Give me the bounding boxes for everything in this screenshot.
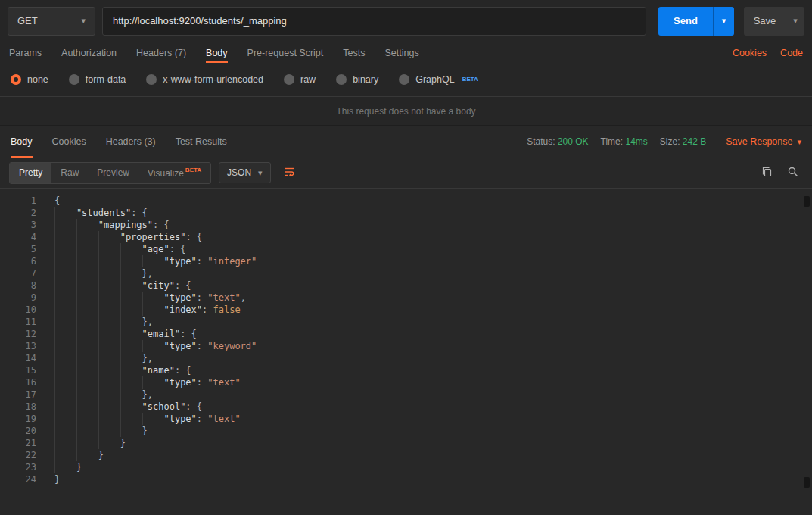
- body-type-form-data[interactable]: form-data: [69, 74, 126, 85]
- method-select[interactable]: GET ▾: [8, 7, 95, 36]
- empty-body-message-row: This request does not have a body: [0, 97, 812, 126]
- response-header: Body Cookies Headers (3) Test Results St…: [0, 126, 812, 158]
- response-body-viewer: 123456789101112131415161718192021222324 …: [0, 188, 812, 515]
- tab-tests[interactable]: Tests: [343, 42, 365, 63]
- code-line: "name": {: [54, 364, 812, 376]
- send-button[interactable]: Send: [658, 7, 713, 36]
- radio-selected-icon: [11, 74, 21, 85]
- view-preview[interactable]: Preview: [88, 163, 138, 183]
- line-number: 16: [0, 376, 36, 389]
- line-number: 12: [0, 328, 36, 340]
- response-viewer-toolbar: Pretty Raw Preview VisualizeBETA JSON ▾: [0, 158, 812, 188]
- save-button[interactable]: Save: [744, 7, 786, 36]
- line-number: 24: [0, 473, 36, 485]
- code-line: }: [54, 437, 812, 449]
- code-line: "type": "text": [54, 413, 812, 425]
- tab-settings[interactable]: Settings: [384, 42, 418, 63]
- body-type-label: form-data: [86, 74, 126, 85]
- language-label: JSON: [227, 167, 251, 178]
- empty-body-message: This request does not have a body: [336, 106, 475, 117]
- view-pretty[interactable]: Pretty: [10, 163, 51, 183]
- viewer-mode-controls: Pretty Raw Preview VisualizeBETA JSON ▾: [9, 162, 300, 184]
- soft-wrap-icon: [283, 166, 295, 180]
- scrollbar[interactable]: [804, 196, 810, 488]
- line-number: 6: [0, 255, 36, 267]
- send-button-group: Send ▾: [658, 7, 734, 36]
- scrollbar-thumb-bottom[interactable]: [804, 477, 810, 488]
- chevron-down-icon: ▾: [258, 169, 263, 177]
- tab-response-body[interactable]: Body: [11, 126, 33, 158]
- time-badge: Time: 14ms: [601, 136, 648, 147]
- chevron-down-icon: ▾: [722, 17, 726, 25]
- url-input[interactable]: http://localhost:9200/students/_mapping: [102, 7, 646, 36]
- code-line: "city": {: [54, 279, 812, 292]
- cookies-link[interactable]: Cookies: [733, 48, 767, 58]
- code-line: },: [54, 389, 812, 401]
- code-line: "type": "text": [54, 376, 812, 389]
- code-line: "age": {: [54, 243, 812, 255]
- line-number: 22: [0, 449, 36, 461]
- line-number: 5: [0, 243, 36, 255]
- tab-response-headers[interactable]: Headers (3): [106, 126, 156, 158]
- line-number: 17: [0, 389, 36, 401]
- code-line: },: [54, 267, 812, 279]
- copy-icon: [761, 166, 773, 179]
- tab-pre-request-script[interactable]: Pre-request Script: [247, 42, 324, 63]
- code-line: },: [54, 316, 812, 328]
- chevron-down-icon: ▾: [81, 17, 86, 25]
- status-badge: Status: 200 OK: [527, 136, 588, 147]
- line-number: 18: [0, 401, 36, 413]
- copy-response-button[interactable]: [756, 162, 777, 183]
- code-line: },: [54, 352, 812, 364]
- code-line: "students": {: [54, 207, 812, 219]
- response-tabs: Body Cookies Headers (3) Test Results: [11, 126, 247, 158]
- tab-authorization[interactable]: Authorization: [61, 42, 117, 63]
- line-number: 13: [0, 340, 36, 352]
- viewer-actions: [756, 162, 803, 183]
- request-tabs-row: Params Authorization Headers (7) Body Pr…: [0, 42, 812, 63]
- radio-icon: [146, 74, 157, 85]
- body-type-binary[interactable]: binary: [336, 74, 378, 85]
- save-options-button[interactable]: ▾: [786, 7, 804, 36]
- chevron-down-icon: ▾: [797, 138, 801, 146]
- body-type-x-www-form-urlencoded[interactable]: x-www-form-urlencoded: [146, 74, 263, 85]
- line-number: 11: [0, 316, 36, 328]
- code-link[interactable]: Code: [780, 48, 803, 58]
- code-line: }: [54, 425, 812, 437]
- body-type-none[interactable]: none: [11, 74, 48, 85]
- view-raw[interactable]: Raw: [51, 163, 88, 183]
- save-response-button[interactable]: Save Response▾: [726, 136, 801, 147]
- view-visualize[interactable]: VisualizeBETA: [138, 163, 210, 183]
- body-type-raw[interactable]: raw: [284, 74, 316, 85]
- scrollbar-thumb-top[interactable]: [804, 196, 810, 207]
- body-type-label: GraphQL: [415, 74, 454, 85]
- wrap-lines-button[interactable]: [278, 162, 300, 183]
- tab-headers[interactable]: Headers (7): [136, 42, 186, 63]
- code-line: "type": "integer": [54, 255, 812, 267]
- tab-test-results[interactable]: Test Results: [176, 126, 227, 158]
- tab-response-cookies[interactable]: Cookies: [52, 126, 86, 158]
- line-number: 23: [0, 461, 36, 473]
- text-cursor: [288, 15, 288, 27]
- send-options-button[interactable]: ▾: [713, 7, 734, 36]
- line-number: 19: [0, 413, 36, 425]
- beta-badge: BETA: [462, 76, 478, 83]
- tab-body[interactable]: Body: [206, 42, 228, 63]
- code-line: "school": {: [54, 401, 812, 413]
- line-numbers: 123456789101112131415161718192021222324: [0, 195, 36, 515]
- tab-params[interactable]: Params: [9, 42, 42, 63]
- code-lines[interactable]: {"students": {"mappings": {"properties":…: [36, 195, 812, 515]
- body-type-label: binary: [353, 74, 378, 85]
- url-text: http://localhost:9200/students/_mapping: [113, 15, 287, 27]
- line-number: 7: [0, 267, 36, 279]
- code-line: "index": false: [54, 304, 812, 316]
- body-type-graphql[interactable]: GraphQLBETA: [399, 74, 478, 85]
- code-line: "mappings": {: [54, 219, 812, 231]
- line-number: 15: [0, 364, 36, 376]
- method-label: GET: [17, 15, 38, 27]
- language-select[interactable]: JSON ▾: [219, 162, 271, 183]
- search-response-button[interactable]: [782, 162, 803, 183]
- code-line: }: [54, 461, 812, 473]
- body-type-label: none: [27, 74, 48, 85]
- response-view-modes: Pretty Raw Preview VisualizeBETA: [9, 162, 211, 184]
